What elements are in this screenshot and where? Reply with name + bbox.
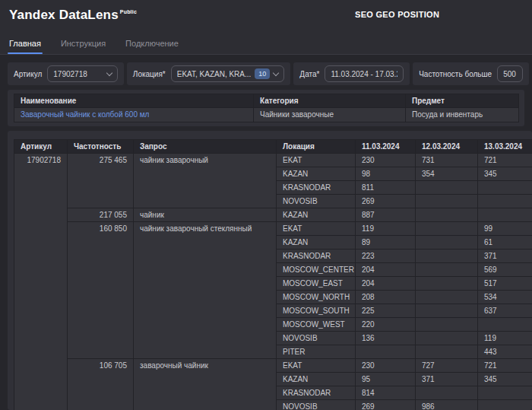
date1-cell: 269 — [356, 400, 416, 410]
date3-cell — [478, 195, 532, 208]
location-cell: KRASNODAR — [277, 386, 356, 400]
filter-frequency: Частотность больше — [413, 62, 529, 85]
artikul-select[interactable]: 17902718 — [47, 65, 118, 82]
frequency-cell: 160 850 — [68, 222, 134, 359]
product-category-cell: Чайники заварочные — [254, 108, 406, 122]
date1-cell: 887 — [356, 208, 416, 222]
date1-cell: 230 — [356, 359, 416, 373]
table-row: 106 705заварочный чайникEKAT230727721 — [14, 359, 532, 373]
date3-cell — [478, 181, 532, 195]
date3-cell: 569 — [478, 263, 532, 277]
date1-cell: 204 — [356, 277, 416, 291]
filter-location-label: Локация* — [133, 70, 166, 78]
date1-cell: 98 — [356, 167, 416, 181]
date2-cell — [416, 195, 478, 208]
location-select-value: EKAT, KAZAN, KRA... — [177, 70, 252, 78]
date3-cell — [478, 386, 532, 400]
logo-public-badge: Public — [120, 9, 137, 14]
location-cell: MOSCOW_EAST — [277, 277, 356, 291]
location-cell: MOSCOW_WEST — [277, 318, 356, 332]
tab-connection[interactable]: Подключение — [124, 34, 180, 54]
location-cell: NOVOSIB — [277, 195, 356, 208]
location-cell: EKAT — [277, 222, 356, 236]
location-cell: KAZAN — [277, 373, 356, 386]
date3-cell: 443 — [478, 345, 532, 359]
frequency-input[interactable] — [503, 70, 517, 78]
date1-cell: 230 — [356, 154, 416, 167]
location-select[interactable]: EKAT, KAZAN, KRA... 10 — [171, 65, 285, 82]
date2-cell: 727 — [416, 359, 478, 373]
location-cell: MOSCOW_NORTH — [277, 291, 356, 304]
location-cell: KAZAN — [277, 167, 356, 181]
frequency-cell: 106 705 — [68, 359, 134, 410]
location-cell: NOVOSIB — [277, 400, 356, 410]
date3-cell: 517 — [478, 277, 532, 291]
main-table-body: 17902718275 465чайник заварочныйEKAT2307… — [14, 154, 532, 410]
location-cell: KRASNODAR — [277, 249, 356, 263]
date-range-input-wrap — [325, 65, 404, 82]
query-cell: чайник — [134, 208, 277, 222]
tab-instruction[interactable]: Инструкция — [59, 34, 107, 54]
tab-main[interactable]: Главная — [8, 34, 43, 54]
location-cell: MOSCOW_SOUTH — [277, 304, 356, 318]
date1-cell: 814 — [356, 386, 416, 400]
product-card: Наименование Категория Предмет Заварочны… — [8, 90, 524, 126]
date-range-input[interactable] — [331, 70, 397, 78]
main-table: Артикул Частотность Запрос Локация 11.03… — [14, 139, 532, 410]
date3-cell — [478, 208, 532, 222]
chevron-down-icon — [106, 69, 112, 75]
chevron-down-icon — [273, 69, 279, 75]
col-category: Категория — [254, 94, 406, 108]
table-row: 160 850чайник заварочный стеклянныйEKAT1… — [14, 222, 532, 236]
col-date-1: 11.03.2024 — [356, 140, 416, 154]
date3-cell: 721 — [478, 359, 532, 373]
date2-cell: 371 — [416, 373, 478, 386]
date3-cell — [478, 400, 532, 410]
date2-cell — [416, 249, 478, 263]
date3-cell: 721 — [478, 154, 532, 167]
main-table-card: Артикул Частотность Запрос Локация 11.03… — [8, 131, 532, 410]
main-table-header: Артикул Частотность Запрос Локация 11.03… — [14, 140, 532, 154]
date3-cell: 345 — [478, 167, 532, 181]
date3-cell: 99 — [478, 222, 532, 236]
col-frequency: Частотность — [68, 140, 134, 154]
date3-cell: 119 — [478, 332, 532, 345]
col-query: Запрос — [134, 140, 277, 154]
date1-cell: 208 — [356, 291, 416, 304]
location-cell: KAZAN — [277, 208, 356, 222]
location-cell: EKAT — [277, 154, 356, 167]
product-row: Заварочный чайник с колбой 600 мл Чайник… — [14, 108, 519, 122]
col-artikul: Артикул — [14, 140, 68, 154]
location-cell: NOVOSIB — [277, 332, 356, 345]
col-location: Локация — [277, 140, 356, 154]
date1-cell: 269 — [356, 195, 416, 208]
product-table-header: Наименование Категория Предмет — [14, 94, 519, 108]
date2-cell — [416, 332, 478, 345]
filter-date: Дата* — [293, 62, 410, 85]
product-subject-cell: Посуда и инвентарь — [406, 108, 519, 122]
date1-cell: 811 — [356, 181, 416, 195]
date3-cell: 534 — [478, 291, 532, 304]
date1-cell: 89 — [356, 236, 416, 249]
app-logo: Yandex DataLensPublic — [9, 8, 137, 23]
product-name-link[interactable]: Заварочный чайник с колбой 600 мл — [21, 110, 149, 119]
date1-cell: 136 — [356, 332, 416, 345]
date3-cell: 61 — [478, 236, 532, 249]
date2-cell: 731 — [416, 154, 478, 167]
date2-cell — [416, 208, 478, 222]
location-count-badge: 10 — [255, 68, 270, 79]
date2-cell: 354 — [416, 167, 478, 181]
query-cell: чайник заварочный стеклянный — [134, 222, 277, 359]
filter-artikul: Артикул 17902718 — [8, 62, 124, 85]
date3-cell — [478, 318, 532, 332]
query-cell: чайник заварочный — [134, 154, 277, 208]
filter-artikul-label: Артикул — [14, 70, 42, 78]
artikul-cell: 17902718 — [14, 154, 68, 410]
date2-cell — [416, 291, 478, 304]
tab-bar: Главная Инструкция Подключение — [0, 30, 532, 55]
date2-cell: 986 — [416, 400, 478, 410]
date1-cell: 220 — [356, 318, 416, 332]
date1-cell: 223 — [356, 249, 416, 263]
product-table: Наименование Категория Предмет Заварочны… — [14, 94, 519, 122]
app-header: Yandex DataLensPublic — [0, 0, 532, 30]
